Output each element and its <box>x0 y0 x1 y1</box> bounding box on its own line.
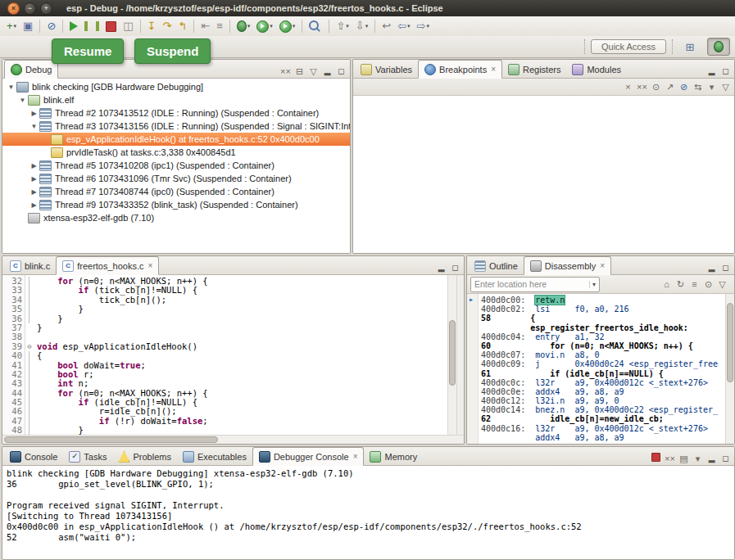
tab-outline[interactable]: Outline <box>469 257 524 274</box>
tree-expander-icon[interactable]: ▼ <box>6 84 16 91</box>
tree-item-thread[interactable]: ▶Thread #7 1073408744 (ipc0) (Suspended … <box>2 185 350 198</box>
save-button[interactable]: ▣ <box>20 18 35 34</box>
skip-all-breakpoints-button[interactable]: ⊘ <box>678 80 689 93</box>
debug-perspective-button[interactable] <box>707 38 730 56</box>
disassembly-line[interactable]: 400d0c12: l32i.n a9, a9, 0 <box>481 396 725 405</box>
editor-fold-column[interactable]: ⊖ <box>25 275 34 435</box>
track-expression-button[interactable]: ⊙ <box>703 278 714 291</box>
tab-disassembly[interactable]: Disassembly× <box>524 256 611 275</box>
maximize-view-button[interactable]: ◻ <box>720 452 731 465</box>
tree-item-thread[interactable]: ▶Thread #2 1073413512 (IDLE : Running) (… <box>2 106 350 120</box>
fold-marker-icon[interactable]: ⊖ <box>25 342 34 351</box>
line-number[interactable]: 43 <box>2 379 22 388</box>
tab-console[interactable]: Console <box>4 448 63 465</box>
forward-button[interactable]: ⇨▾ <box>415 18 432 34</box>
tree-item-process[interactable]: ▼blink.elf <box>2 93 350 106</box>
add-breakpoint-menu-button[interactable]: ▾ <box>706 80 717 93</box>
collapse-all-button[interactable]: ⊟ <box>294 65 305 78</box>
view-menu-button[interactable]: ▽ <box>720 80 731 93</box>
window-close-button[interactable]: × <box>7 2 20 15</box>
line-number[interactable]: 40 <box>2 351 22 360</box>
open-console-menu-button[interactable]: ▾ <box>692 452 703 465</box>
tree-item-gdb[interactable]: xtensa-esp32-elf-gdb (7.10) <box>2 211 350 224</box>
editor-line-numbers[interactable]: 3233343536373839404142434445464748 <box>2 275 25 435</box>
go-to-file-for-breakpoint-button[interactable]: ↗ <box>665 80 675 93</box>
back-button[interactable]: ⇦▾ <box>395 18 412 34</box>
editor[interactable]: 3233343536373839404142434445464748 ⊖ for… <box>2 275 464 435</box>
instruction-stepping-button[interactable]: ≡ <box>214 18 225 34</box>
disassembly-line[interactable]: 400d0c16: l32r a9, 0x400d012c <_stext+27… <box>481 424 725 433</box>
disassembly-rows[interactable]: 400d0c00: retw.n400d0c02: lsi f0, a0, 21… <box>479 294 725 444</box>
disassembly-line[interactable]: 61 if (idle_cb[n]==NULL) { <box>481 369 725 378</box>
disassembly-line[interactable]: 400d0c0c: l32r a9, 0x400d012c <_stext+27… <box>481 378 725 387</box>
line-number[interactable]: 48 <box>2 426 22 435</box>
console-output[interactable]: blink checking [GDB Hardware Debugging] … <box>2 466 734 559</box>
disassembly-line[interactable]: 400d0c02: lsi f0, a0, 216 <box>481 305 725 314</box>
close-tab-icon[interactable]: × <box>148 261 153 270</box>
maximize-view-button[interactable]: ◻ <box>720 261 731 274</box>
quick-access-button[interactable]: Quick Access <box>591 39 666 54</box>
code-line[interactable]: } <box>37 426 447 435</box>
run-button[interactable]: ▾ <box>254 18 275 34</box>
window-maximize-button[interactable]: + <box>40 2 52 15</box>
suspend-button[interactable] <box>82 18 102 34</box>
disassembly-line[interactable]: 400d0c07: movi.n a8, 0 <box>481 350 725 359</box>
tab-breakpoints[interactable]: Breakpoints× <box>418 60 502 79</box>
debug-button[interactable]: ▾ <box>234 18 253 34</box>
tree-expander-icon[interactable]: ▶ <box>29 110 39 117</box>
disassembly-line[interactable]: 58 { <box>481 314 725 323</box>
tree-item-thread[interactable]: ▶Thread #6 1073431096 (Tmr Svc) (Suspend… <box>2 172 350 185</box>
tree-expander-icon[interactable]: ▶ <box>29 162 39 169</box>
tab-modules[interactable]: Modules <box>566 61 627 78</box>
breakpoints-content[interactable] <box>353 96 734 253</box>
external-tools-button[interactable]: ▾ <box>277 18 298 34</box>
disassembly-line[interactable]: 60 for (n=0; n<MAX_HOOKS; n++) { <box>481 341 725 350</box>
tab-freertos-hooks-c[interactable]: freertos_hooks.c× <box>56 256 159 275</box>
scrollbar-thumb[interactable] <box>727 303 733 382</box>
close-tab-icon[interactable]: × <box>491 65 496 74</box>
terminate-button[interactable] <box>651 452 661 465</box>
disassembly-line[interactable]: 400d0c14: bnez.n a9, 0x400d0c22 <esp_reg… <box>481 405 725 414</box>
code-line[interactable]: } <box>37 305 447 314</box>
code-line[interactable]: void esp_vApplicationIdleHook() <box>37 342 447 351</box>
disconnect-button[interactable]: ◫ <box>120 18 135 34</box>
code-line[interactable]: } <box>37 323 447 332</box>
minimize-view-button[interactable]: ▂ <box>436 261 447 274</box>
skip-all-breakpoints-button[interactable]: ⊘ <box>44 18 58 34</box>
tab-blink-c[interactable]: blink.c <box>4 257 56 274</box>
tab-memory[interactable]: Memory <box>364 448 423 465</box>
disassembly-content[interactable]: ▸ 400d0c00: retw.n400d0c02: lsi f0, a0, … <box>467 294 734 444</box>
minimize-view-button[interactable]: ▂ <box>706 261 717 274</box>
go-to-pc-button[interactable]: ⌂ <box>661 278 672 291</box>
disassembly-line[interactable]: addx4 a9, a8, a9 <box>481 433 725 442</box>
window-minimize-button[interactable]: − <box>24 2 36 15</box>
show-breakpoints-supported-button[interactable]: ⊙ <box>651 80 661 93</box>
close-tab-icon[interactable]: × <box>353 452 358 461</box>
resume-button[interactable] <box>67 18 80 34</box>
last-edit-location-button[interactable]: ↩ <box>379 18 393 34</box>
line-number[interactable]: 35 <box>2 305 22 314</box>
show-source-button[interactable]: ≡ <box>689 278 700 291</box>
scrollbar-thumb[interactable] <box>449 320 456 386</box>
scrollbar-thumb[interactable] <box>4 436 218 443</box>
new-button[interactable]: +▾ <box>4 18 19 34</box>
remove-all-terminated-launches-button[interactable]: ×× <box>665 452 675 465</box>
refresh-view-button[interactable]: ↻ <box>675 278 686 291</box>
tab-debugger-console[interactable]: Debugger Console× <box>252 447 365 466</box>
tree-item-frame[interactable]: prvIdleTask() at tasks.c:3,338 0x400845d… <box>2 146 350 159</box>
editor-code[interactable]: for (n=0; n<MAX_HOOKS; n++) { if (tick_c… <box>34 275 447 435</box>
code-line[interactable]: { <box>37 351 447 360</box>
maximize-view-button[interactable]: ◻ <box>336 65 347 78</box>
tab-executables[interactable]: Executables <box>177 448 252 465</box>
disassembly-line[interactable]: 62 idle_cb[n]=new_idle_cb; <box>481 414 725 423</box>
tree-expander-icon[interactable]: ▶ <box>29 175 39 183</box>
editor-vertical-scrollbar[interactable] <box>447 275 456 435</box>
tab-variables[interactable]: Variables <box>355 61 418 78</box>
close-tab-icon[interactable]: × <box>600 261 605 270</box>
minimize-view-button[interactable]: ▂ <box>706 65 717 78</box>
code-line[interactable]: } <box>37 314 447 323</box>
tree-item-thread[interactable]: ▼Thread #3 1073413156 (IDLE : Running) (… <box>2 120 350 133</box>
code-line[interactable]: tick_cb[n](); <box>37 296 447 305</box>
tab-debug[interactable]: Debug <box>4 60 58 79</box>
tree-item-launch[interactable]: ▼blink checking [GDB Hardware Debugging] <box>2 80 350 93</box>
